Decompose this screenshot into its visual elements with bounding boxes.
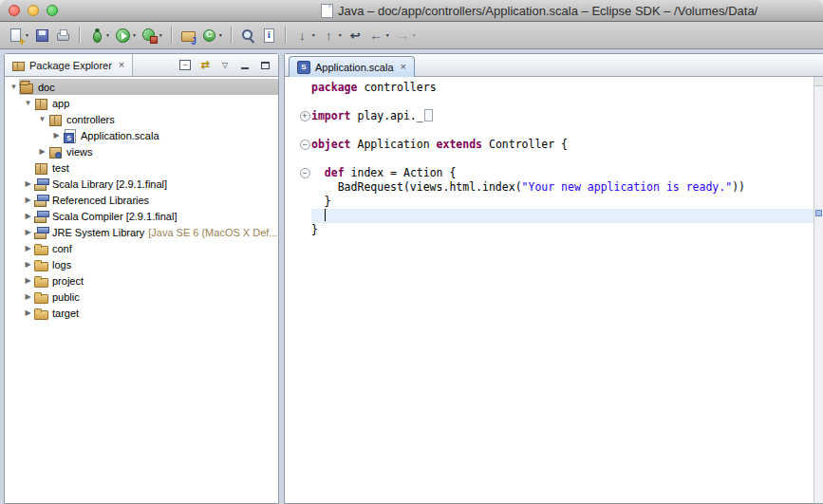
expand-arrow-icon[interactable]: ▶	[23, 179, 33, 188]
code-line[interactable]	[311, 123, 814, 138]
expand-arrow-icon[interactable]: ▶	[23, 212, 33, 220]
fold-collapse-icon[interactable]: −	[300, 168, 310, 178]
new-wizard-button[interactable]: ▼	[6, 25, 31, 46]
view-menu-button[interactable]	[218, 59, 232, 72]
dropdown-arrow-icon[interactable]: ▼	[218, 32, 223, 38]
tree-item-jre-system-library[interactable]: ▶JRE System Library [Java SE 6 (MacOS X …	[5, 224, 278, 240]
tree-item-content: JRE System Library [Java SE 6 (MacOS X D…	[33, 224, 278, 240]
maximize-button[interactable]	[258, 59, 271, 72]
close-tab-icon[interactable]: ×	[401, 62, 406, 72]
tree-item-controllers[interactable]: ▼controllers	[5, 111, 278, 127]
fold-cell[interactable]: −	[298, 138, 311, 152]
code-token: object	[311, 138, 351, 151]
tree-item-content: project	[33, 272, 278, 289]
run-button[interactable]: ▼	[113, 25, 139, 46]
tree-item-public[interactable]: ▶public	[5, 289, 278, 305]
dropdown-arrow-icon[interactable]: ▼	[385, 32, 390, 38]
fold-collapse-icon[interactable]: −	[300, 140, 310, 150]
expand-arrow-icon[interactable]: ▶	[51, 131, 62, 140]
last-edit-location-icon	[347, 28, 364, 44]
collapse-arrow-icon[interactable]: ▼	[23, 99, 33, 107]
code-line[interactable]	[311, 152, 814, 166]
expand-arrow-icon[interactable]: ▶	[23, 276, 33, 285]
code-token: }	[311, 223, 318, 236]
tree-item-target[interactable]: ▶target	[5, 305, 278, 321]
code-line[interactable]	[311, 95, 814, 109]
code-line[interactable]: BadRequest(views.html.index("Your new ap…	[311, 180, 814, 195]
current-line[interactable]	[311, 209, 814, 223]
collapse-arrow-icon[interactable]: ▼	[9, 83, 19, 91]
overview-ruler-marker[interactable]	[815, 210, 822, 216]
expand-arrow-icon[interactable]: ▶	[23, 308, 33, 317]
code-line[interactable]: }	[311, 195, 814, 209]
collapse-arrow-icon[interactable]: ▼	[37, 115, 47, 123]
code-area[interactable]: package controllersimport play.api._obje…	[311, 77, 814, 503]
library-icon	[33, 209, 48, 224]
run-icon	[115, 28, 131, 44]
code-line[interactable]: def index = Action {	[311, 166, 814, 180]
close-view-icon[interactable]: ×	[119, 60, 124, 70]
expand-arrow-icon[interactable]: ▶	[23, 244, 33, 252]
editor-tab-application-scala[interactable]: Application.scala ×	[289, 56, 415, 77]
tree-item-views[interactable]: ▶views	[5, 143, 278, 159]
print-button[interactable]	[53, 25, 73, 46]
package-explorer-tree[interactable]: ▼doc▼app▼controllers▶Application.scala▶v…	[5, 77, 278, 503]
new-java-class-button[interactable]: ▼	[199, 25, 225, 46]
forward-button[interactable]: ▼	[393, 25, 419, 46]
collapse-all-button[interactable]	[178, 59, 192, 72]
package-explorer-tab[interactable]: Package Explorer ×	[5, 54, 133, 76]
last-edit-location-button[interactable]	[346, 25, 365, 46]
text-cursor	[325, 209, 326, 221]
close-window-button[interactable]	[9, 5, 20, 16]
minimize-button[interactable]	[238, 59, 252, 72]
tree-item-label: conf	[52, 243, 72, 254]
tree-item-referenced-libraries[interactable]: ▶Referenced Libraries	[5, 192, 278, 208]
code-line[interactable]: import play.api._	[311, 109, 814, 123]
expand-arrow-icon[interactable]: ▶	[23, 228, 33, 236]
info-button[interactable]	[259, 25, 279, 46]
expand-arrow-icon[interactable]: ▶	[23, 292, 33, 301]
code-token: "Your new application is ready."	[522, 180, 733, 194]
dropdown-arrow-icon[interactable]: ▼	[412, 32, 417, 38]
save-button[interactable]	[32, 25, 52, 46]
fold-cell[interactable]: −	[298, 166, 311, 180]
scala-file-icon	[62, 128, 77, 143]
new-java-project-button[interactable]	[178, 25, 198, 46]
code-token: ))	[732, 180, 745, 194]
previous-annotation-button[interactable]: ▼	[319, 25, 345, 46]
fold-cell[interactable]: +	[298, 109, 311, 123]
fold-expand-icon[interactable]: +	[300, 111, 310, 121]
expand-arrow-icon[interactable]: ▶	[37, 147, 47, 156]
debug-button[interactable]: ▼	[86, 25, 112, 46]
dropdown-arrow-icon[interactable]: ▼	[338, 32, 343, 38]
tree-item-conf[interactable]: ▶conf	[5, 240, 278, 256]
code-line[interactable]: package controllers	[311, 81, 814, 95]
tree-item-app[interactable]: ▼app	[5, 95, 278, 111]
dropdown-arrow-icon[interactable]: ▼	[105, 32, 110, 38]
titlebar[interactable]: Java – doc/app/controllers/Application.s…	[0, 0, 823, 22]
tree-item-test[interactable]: test	[5, 159, 278, 176]
folder-icon	[33, 241, 48, 256]
tree-item-doc[interactable]: ▼doc	[5, 79, 278, 95]
link-with-editor-button[interactable]	[198, 59, 212, 72]
dropdown-arrow-icon[interactable]: ▼	[159, 32, 163, 38]
tree-item-logs[interactable]: ▶logs	[5, 256, 278, 272]
dropdown-arrow-icon[interactable]: ▼	[132, 32, 137, 38]
zoom-window-button[interactable]	[47, 5, 58, 16]
external-tools-button[interactable]: ▼	[140, 25, 165, 46]
dropdown-arrow-icon[interactable]: ▼	[311, 32, 316, 38]
expand-arrow-icon[interactable]: ▶	[23, 196, 33, 204]
code-line[interactable]: }	[311, 223, 814, 237]
code-line[interactable]: object Application extends Controller {	[311, 138, 814, 152]
tree-item-scala-compiler-2-9-1-final[interactable]: ▶Scala Compiler [2.9.1.final]	[5, 208, 278, 224]
tree-item-scala-library-2-9-1-final[interactable]: ▶Scala Library [2.9.1.final]	[5, 176, 278, 192]
search-button[interactable]	[238, 25, 258, 46]
overview-ruler[interactable]	[814, 77, 823, 503]
annotation-ruler[interactable]	[285, 77, 298, 503]
tree-item-project[interactable]: ▶project	[5, 272, 278, 289]
back-button[interactable]: ▼	[366, 25, 392, 46]
tree-item-application-scala[interactable]: ▶Application.scala	[5, 127, 278, 143]
expand-arrow-icon[interactable]: ▶	[23, 260, 33, 269]
next-annotation-button[interactable]: ▼	[292, 25, 318, 46]
minimize-window-button[interactable]	[28, 5, 39, 16]
